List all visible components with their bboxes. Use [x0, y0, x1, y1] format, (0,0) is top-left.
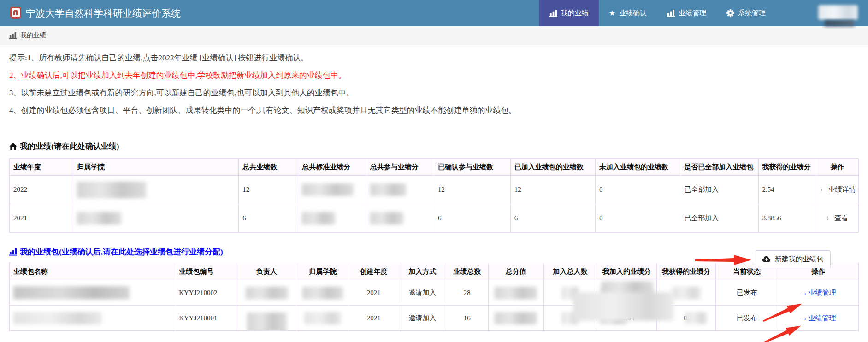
cloud-upload-icon: [762, 256, 771, 263]
cell-year: 2021: [10, 204, 73, 233]
top-bar: 宁波大学自然科学科研业绩评价系统 我的业绩 ★ 业绩确认 业绩管理: [0, 0, 868, 26]
nav-item-performance-manage[interactable]: 业绩管理: [657, 0, 716, 26]
nav-label: 业绩管理: [679, 9, 706, 18]
redacted-blob: [13, 312, 102, 324]
redacted-blob: [302, 183, 354, 196]
performance-view-link[interactable]: 〉查看: [826, 214, 848, 222]
redacted-blob: [370, 183, 406, 196]
cell-college: [73, 204, 239, 233]
nav-label: 系统管理: [738, 9, 766, 18]
col-header: 操作: [816, 159, 858, 176]
nav-item-system-manage[interactable]: 系统管理: [716, 0, 776, 26]
star-icon: ★: [609, 10, 615, 17]
col-header: 业绩包名称: [10, 263, 175, 280]
bar-chart-icon: [9, 32, 17, 39]
table-header-row: 业绩年度 归属学院 总共业绩数 总共标准业绩分 总共参与业绩分 已确认参与业绩数…: [10, 159, 859, 176]
col-header: 总分值: [488, 263, 543, 280]
cell-my-score: 3.8856: [758, 204, 816, 233]
nav-item-my-performance[interactable]: 我的业绩: [539, 0, 599, 26]
cell-college: [297, 280, 348, 306]
cell-total-score: [488, 280, 543, 306]
main-content: 提示:1、所有教师请先确认自己的业绩,点击2022年业绩 [业绩确认] 按钮进行…: [0, 45, 868, 331]
section-title-my-packages: 我的业绩包(业绩确认后,请在此处选择业绩包进行业绩分配): [9, 247, 859, 257]
cell-pkg-code: KYYJ210001: [175, 306, 236, 331]
redacted-blob: [302, 212, 335, 224]
package-manage-link[interactable]: →业绩管理: [800, 314, 836, 322]
cell-total-score: [488, 306, 543, 331]
cell-owner: [236, 280, 297, 306]
cell-status: 已发布: [716, 306, 778, 331]
col-header: 加入方式: [399, 263, 446, 280]
table-row: 2021 6 6 6 0 已全部加入 3.8856 〉查看: [10, 204, 859, 233]
package-manage-link[interactable]: →业绩管理: [800, 289, 836, 296]
col-header: 负责人: [236, 263, 297, 280]
cell-part-score: [366, 204, 434, 233]
my-performance-table: 业绩年度 归属学院 总共业绩数 总共标准业绩分 总共参与业绩分 已确认参与业绩数…: [9, 158, 859, 233]
nav-label: 我的业绩: [561, 9, 589, 18]
section-title-text: 我的业绩包(业绩确认后,请在此处选择业绩包进行业绩分配): [20, 247, 223, 257]
cell-status: 已发布: [716, 280, 778, 306]
redacted-blob: [685, 312, 707, 324]
app-brand: 宁波大学自然科学科研业绩评价系统: [0, 0, 181, 26]
redacted-avatar-blob: [825, 20, 854, 26]
cell-all-joined: 已全部加入: [680, 204, 758, 233]
tip-line-2: 2、业绩确认后,可以把业绩加入到去年创建的业绩包中,学校鼓励把新业绩加入到原来的…: [9, 70, 859, 81]
redacted-blob: [672, 287, 701, 299]
redacted-blob: [13, 286, 130, 299]
cell-total: 12: [239, 176, 298, 204]
cell-pkg-name: [10, 280, 175, 306]
section-title-text: 我的业绩(请在此处确认业绩): [20, 141, 119, 152]
cell-confirmed: 12: [434, 176, 510, 204]
cell-confirmed: 6: [434, 204, 510, 233]
cell-total: 6: [239, 204, 298, 233]
tip-line-1: 提示:1、所有教师请先确认自己的业绩,点击2022年业绩 [业绩确认] 按钮进行…: [9, 53, 859, 64]
cell-total: 28: [446, 280, 488, 306]
redacted-blob: [77, 182, 146, 198]
redacted-blob: [246, 287, 288, 299]
table-row: KYYJ210002 2021 邀请加入 28 已发布 →业绩管理: [10, 280, 859, 306]
cell-not-in-package: 0: [595, 176, 680, 204]
table-header-row: 业绩包名称 业绩包编号 负责人 归属学院 创建年度 加入方式 业绩总数 总分值 …: [10, 263, 859, 280]
cell-total: 16: [446, 306, 488, 331]
page: 宁波大学自然科学科研业绩评价系统 我的业绩 ★ 业绩确认 业绩管理: [0, 0, 868, 342]
col-header: 总共业绩数: [239, 159, 298, 176]
performance-detail-link[interactable]: 〉业绩详情: [820, 186, 856, 193]
nav-label: 业绩确认: [619, 9, 647, 18]
col-header: 是否已全部加入业绩包: [680, 159, 758, 176]
cell-year: 2022: [10, 176, 73, 204]
col-header: 已加入业绩包的业绩数: [510, 159, 595, 176]
bar-chart-icon: [549, 9, 557, 17]
breadcrumb: 我的业绩: [0, 26, 868, 45]
cell-year: 2021: [348, 306, 399, 331]
col-header: 我获得的业绩分: [758, 159, 816, 176]
new-package-button[interactable]: 新建我的业绩包: [755, 250, 831, 268]
chevron-right-icon: 〉: [826, 215, 832, 222]
redacted-blob: [302, 287, 343, 299]
cell-part-score: [366, 176, 434, 204]
cell-college: [73, 176, 239, 204]
col-header: 创建年度: [348, 263, 399, 280]
nav-item-performance-confirm[interactable]: ★ 业绩确认: [599, 0, 657, 26]
my-packages-table: 业绩包名称 业绩包编号 负责人 归属学院 创建年度 加入方式 业绩总数 总分值 …: [9, 263, 859, 331]
cell-join-mode: 邀请加入: [399, 280, 446, 306]
main-nav: 我的业绩 ★ 业绩确认 业绩管理: [539, 0, 776, 26]
chevron-right-icon: 〉: [820, 187, 826, 193]
cell-year: 2021: [348, 280, 399, 306]
cell-owner: [236, 306, 297, 331]
col-header: 归属学院: [73, 159, 239, 176]
home-icon: [9, 143, 17, 150]
redacted-blob: [495, 287, 537, 299]
redacted-username-blob[interactable]: [818, 5, 858, 20]
redacted-blob: [495, 312, 537, 324]
cell-college: [297, 306, 348, 331]
cell-my-score: 2.54: [758, 176, 816, 204]
col-header: 业绩年度: [10, 159, 73, 176]
cell-not-in-package: 0: [595, 204, 680, 233]
arrow-right-icon: →: [800, 314, 807, 322]
col-header: 总共标准业绩分: [298, 159, 366, 176]
redacted-blob: [304, 312, 341, 324]
table-row: KYYJ210001 2021 邀请加入 16 20.94 0.: [10, 306, 859, 331]
col-header: 已确认参与业绩数: [434, 159, 510, 176]
app-logo-icon: [10, 7, 21, 19]
breadcrumb-label[interactable]: 我的业绩: [20, 31, 46, 40]
